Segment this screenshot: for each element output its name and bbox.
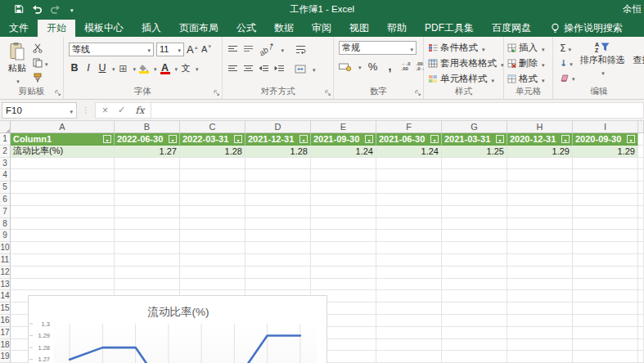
cell[interactable] <box>311 267 376 279</box>
tab-帮助[interactable]: 帮助 <box>378 20 416 37</box>
cell[interactable] <box>245 169 311 182</box>
cell[interactable] <box>442 327 507 339</box>
cell[interactable] <box>573 158 638 170</box>
cell[interactable] <box>245 254 311 267</box>
cell[interactable] <box>638 315 644 327</box>
cell-styles-button[interactable]: 单元格样式 <box>428 72 500 86</box>
number-dialog-launcher-icon[interactable] <box>415 90 421 96</box>
cell[interactable] <box>115 218 180 231</box>
cell[interactable] <box>507 182 573 194</box>
cell[interactable] <box>638 351 644 363</box>
filter-dropdown-icon[interactable] <box>234 135 242 143</box>
cell[interactable] <box>11 158 115 170</box>
cell[interactable] <box>180 230 245 242</box>
row-header-2[interactable]: 2 <box>0 146 11 158</box>
filter-dropdown-icon[interactable] <box>169 135 177 143</box>
name-box[interactable]: F10 <box>2 102 77 119</box>
cell[interactable] <box>442 254 507 267</box>
column-header-B[interactable]: B <box>115 121 180 133</box>
italic-button[interactable]: I <box>83 62 94 74</box>
cell[interactable] <box>507 206 573 218</box>
orientation-icon[interactable]: ab↗ <box>258 41 276 57</box>
row-header-1[interactable]: 1 <box>0 133 11 146</box>
tab-百度网盘[interactable]: 百度网盘 <box>483 20 540 37</box>
row-header-5[interactable]: 5 <box>0 182 11 194</box>
cell[interactable] <box>376 169 442 182</box>
cell[interactable] <box>376 194 442 206</box>
cell[interactable] <box>11 218 115 231</box>
cell[interactable] <box>573 351 638 363</box>
cell[interactable] <box>311 169 376 182</box>
table-data-cell[interactable]: 1.25 <box>442 146 507 158</box>
save-icon[interactable] <box>14 4 24 14</box>
cell[interactable] <box>376 302 442 315</box>
cell[interactable] <box>180 169 245 182</box>
align-top-icon[interactable] <box>227 45 238 53</box>
row-header-9[interactable]: 9 <box>0 230 11 242</box>
cell[interactable] <box>245 267 311 279</box>
cell[interactable] <box>180 279 245 291</box>
row-header-12[interactable]: 12 <box>0 267 11 279</box>
row-header-19[interactable]: 19 <box>0 351 11 363</box>
cell[interactable] <box>573 315 638 327</box>
cell[interactable] <box>376 206 442 218</box>
cell[interactable] <box>573 279 638 291</box>
cell[interactable] <box>638 146 644 158</box>
cell[interactable] <box>11 169 115 182</box>
table-data-cell[interactable]: 1.28 <box>180 146 245 158</box>
cell[interactable] <box>442 242 507 254</box>
table-header-cell[interactable]: 2021-06-30 <box>376 133 442 146</box>
table-header-cell[interactable]: 2021-09-30 <box>311 133 376 146</box>
filter-dropdown-icon[interactable] <box>103 135 111 143</box>
cell[interactable] <box>11 182 115 194</box>
cell[interactable] <box>638 302 644 315</box>
cell[interactable] <box>442 194 507 206</box>
cell[interactable] <box>11 206 115 218</box>
formula-input[interactable] <box>151 102 644 119</box>
table-data-cell[interactable]: 1.24 <box>376 146 442 158</box>
column-header-C[interactable]: C <box>180 121 245 133</box>
cell[interactable] <box>376 242 442 254</box>
comma-style-button[interactable]: , <box>385 60 396 73</box>
align-left-icon[interactable] <box>227 65 238 73</box>
cell[interactable] <box>180 218 245 231</box>
cell[interactable] <box>115 254 180 267</box>
cell[interactable] <box>311 254 376 267</box>
cell[interactable] <box>115 267 180 279</box>
copy-icon[interactable] <box>33 56 48 69</box>
cell[interactable] <box>507 169 573 182</box>
cell[interactable] <box>245 242 311 254</box>
merge-caret-icon[interactable] <box>311 63 316 74</box>
filter-dropdown-icon[interactable] <box>627 135 635 143</box>
cell[interactable] <box>115 279 180 291</box>
cell[interactable] <box>245 279 311 291</box>
cell[interactable] <box>245 182 311 194</box>
tab-公式[interactable]: 公式 <box>227 20 265 37</box>
cell[interactable] <box>245 194 311 206</box>
table-data-cell[interactable]: 1.29 <box>507 146 573 158</box>
cell[interactable] <box>180 194 245 206</box>
fill-button[interactable]: ↓ <box>560 56 575 69</box>
increase-decimal-icon[interactable]: ←.0.00 <box>402 61 411 71</box>
cell[interactable] <box>573 242 638 254</box>
cell[interactable] <box>573 230 638 242</box>
cell[interactable] <box>507 254 573 267</box>
tell-me[interactable]: 操作说明搜索 <box>551 20 623 37</box>
row-header-8[interactable]: 8 <box>0 218 11 231</box>
cell[interactable] <box>311 194 376 206</box>
number-format-combo[interactable]: 常规 <box>339 41 417 55</box>
cell[interactable] <box>573 206 638 218</box>
cell[interactable] <box>442 302 507 315</box>
row-header-10[interactable]: 10 <box>0 242 11 254</box>
clipboard-dialog-launcher-icon[interactable] <box>55 90 61 96</box>
table-header-cell[interactable]: Column1 <box>11 133 115 146</box>
accounting-caret-icon[interactable] <box>357 60 362 72</box>
cell[interactable] <box>442 315 507 327</box>
cell[interactable] <box>638 339 644 352</box>
format-painter-icon[interactable] <box>33 71 48 84</box>
table-header-cell[interactable]: 2020-09-30 <box>573 133 638 146</box>
row-header-16[interactable]: 16 <box>0 315 11 327</box>
column-header-I[interactable]: I <box>573 121 638 133</box>
enter-icon[interactable]: ✓ <box>118 105 125 115</box>
cell[interactable] <box>573 218 638 231</box>
